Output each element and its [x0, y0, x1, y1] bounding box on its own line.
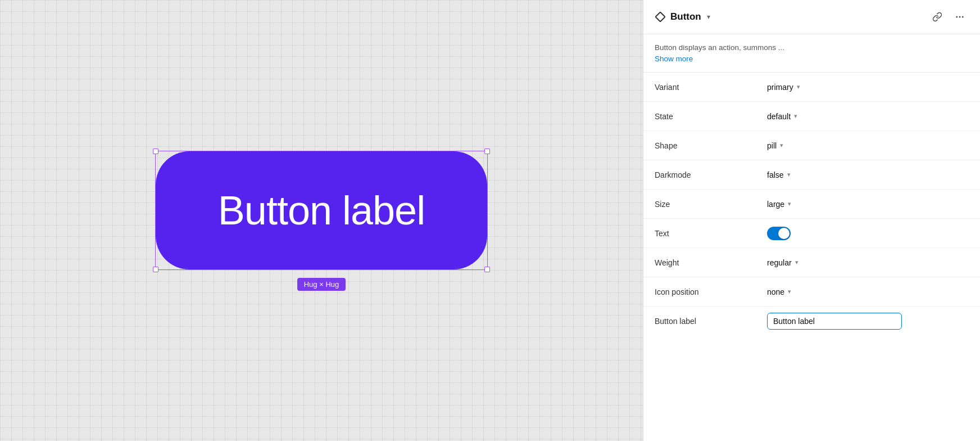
right-panel: Button ▾ Button displays an action, summ…: [643, 0, 980, 441]
property-label-weight: Weight: [655, 258, 767, 267]
property-row-size: Size large ▾: [643, 190, 980, 219]
property-row-button-label: Button label: [643, 307, 980, 336]
property-row-weight: Weight regular ▾: [643, 248, 980, 277]
button-wrapper: Button label Hug × Hug: [155, 151, 488, 291]
size-caret: ▾: [788, 200, 791, 208]
text-toggle[interactable]: [767, 227, 791, 240]
shape-caret: ▾: [780, 142, 783, 149]
icon-position-caret: ▾: [788, 288, 791, 295]
button-label-input[interactable]: [767, 313, 902, 330]
svg-point-0: [956, 16, 958, 18]
property-value-state[interactable]: default ▾: [767, 112, 797, 121]
canvas: Button label Hug × Hug: [0, 0, 643, 441]
properties-list: Variant primary ▾ State default ▾ Shape …: [643, 73, 980, 441]
property-row-darkmode: Darkmode false ▾: [643, 160, 980, 190]
property-label-button-label: Button label: [655, 317, 767, 326]
selection-frame: Button label: [155, 151, 488, 270]
property-value-weight[interactable]: regular ▾: [767, 258, 798, 267]
property-row-shape: Shape pill ▾: [643, 131, 980, 160]
property-row-state: State default ▾: [643, 102, 980, 131]
property-label-icon-position: Icon position: [655, 287, 767, 296]
property-row-text: Text: [643, 219, 980, 248]
panel-header: Button ▾: [643, 0, 980, 34]
property-value-variant[interactable]: primary ▾: [767, 83, 800, 92]
preview-button[interactable]: Button label: [156, 151, 487, 269]
panel-title-chevron[interactable]: ▾: [707, 13, 710, 21]
preview-button-label: Button label: [218, 187, 425, 233]
variant-caret: ▾: [797, 83, 800, 91]
property-label-darkmode: Darkmode: [655, 170, 767, 179]
hug-badge: Hug × Hug: [297, 278, 346, 291]
svg-point-1: [959, 16, 961, 18]
darkmode-caret: ▾: [787, 171, 791, 178]
handle-bottom-left[interactable]: [153, 267, 158, 272]
property-label-variant: Variant: [655, 83, 767, 92]
property-value-darkmode[interactable]: false ▾: [767, 170, 791, 179]
handle-top-right[interactable]: [484, 148, 490, 154]
weight-caret: ▾: [795, 259, 798, 266]
property-value-size[interactable]: large ▾: [767, 200, 791, 209]
property-value-icon-position[interactable]: none ▾: [767, 287, 791, 296]
property-label-text: Text: [655, 229, 767, 238]
edit-icon[interactable]: [928, 8, 946, 26]
property-value-shape[interactable]: pill ▾: [767, 141, 783, 150]
panel-title: Button: [670, 11, 701, 22]
property-row-variant: Variant primary ▾: [643, 73, 980, 102]
toggle-knob: [778, 228, 790, 239]
state-caret: ▾: [794, 112, 797, 120]
more-options-icon[interactable]: [951, 8, 969, 26]
property-row-icon-position: Icon position none ▾: [643, 277, 980, 307]
show-more-link[interactable]: Show more: [643, 53, 980, 72]
property-label-state: State: [655, 112, 767, 121]
component-icon: [655, 11, 666, 22]
panel-description: Button displays an action, summons ...: [643, 34, 980, 53]
handle-top-left[interactable]: [153, 148, 158, 154]
handle-bottom-right[interactable]: [484, 267, 490, 272]
property-label-shape: Shape: [655, 141, 767, 150]
svg-point-2: [962, 16, 964, 18]
property-label-size: Size: [655, 200, 767, 209]
